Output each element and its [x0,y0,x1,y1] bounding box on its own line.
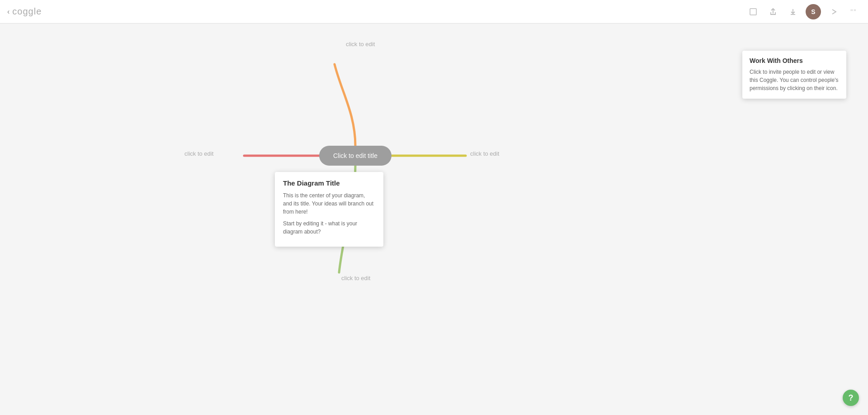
quote-button[interactable]: " " [846,5,861,19]
svg-text:": " [854,9,856,15]
right-branch-label[interactable]: click to edit [470,150,499,157]
svg-rect-0 [750,9,756,15]
bottom-branch-label[interactable]: click to edit [341,275,370,281]
center-node[interactable]: Click to edit title [319,146,392,166]
toolbar-right: S " " [746,4,861,19]
help-icon: ? [849,393,854,403]
center-tooltip: The Diagram Title This is the center of … [275,172,383,247]
left-branch-label[interactable]: click to edit [184,150,213,157]
center-node-label: Click to edit title [333,152,377,159]
present-button[interactable] [826,5,841,19]
back-arrow-icon: ‹ [7,8,9,16]
back-button[interactable]: ‹ coggle [7,6,42,17]
work-tooltip-body: Click to invite people to edit or view t… [750,68,839,92]
svg-text:": " [850,9,853,15]
top-branch-label[interactable]: click to edit [346,41,375,48]
center-tooltip-title: The Diagram Title [283,179,375,187]
center-tooltip-para1: This is the center of your diagram, and … [283,191,375,216]
avatar-label: S [811,8,815,15]
center-tooltip-para2: Start by editing it - what is your diagr… [283,219,375,236]
work-with-others-tooltip: Work With Others Click to invite people … [742,51,846,99]
mindmap-svg [0,24,868,415]
toolbar: ‹ coggle S [0,0,868,24]
help-button[interactable]: ? [843,390,859,406]
fullscreen-button[interactable] [746,5,760,19]
avatar-button[interactable]: S [806,4,821,19]
canvas: click to edit click to edit click to edi… [0,24,868,415]
work-tooltip-title: Work With Others [750,57,839,64]
logo: coggle [12,6,42,17]
share-button[interactable] [766,5,780,19]
download-button[interactable] [786,5,800,19]
